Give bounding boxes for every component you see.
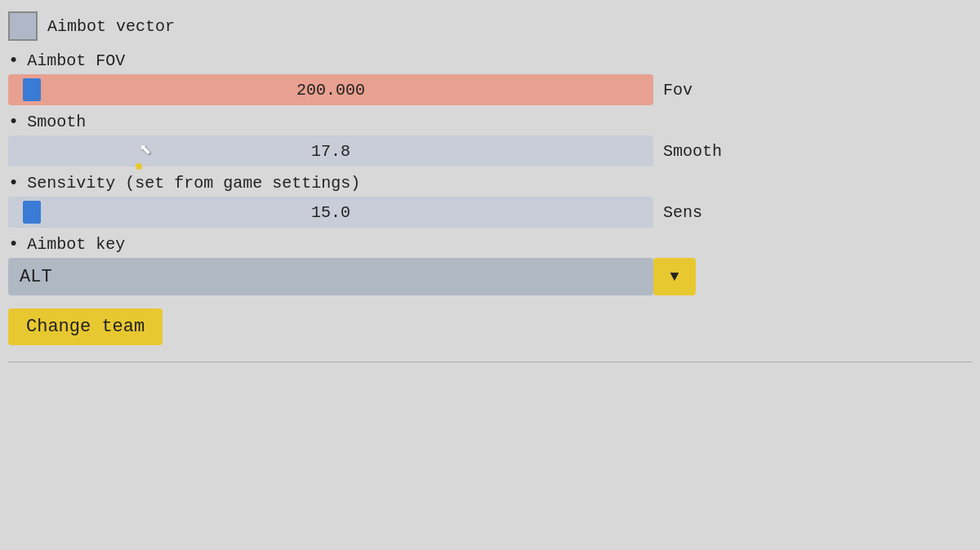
fov-slider-row: 200.000 Fov bbox=[8, 74, 972, 105]
cursor-dot bbox=[136, 163, 142, 170]
fov-slider-track[interactable]: 200.000 bbox=[8, 74, 653, 105]
sens-slider-row: 15.0 Sens bbox=[8, 197, 972, 228]
bottom-divider bbox=[8, 361, 972, 362]
sens-slider-value: 15.0 bbox=[311, 203, 350, 222]
aimbot-key-dropdown-row: ALT ▼ bbox=[8, 258, 972, 295]
fov-label: Aimbot FOV bbox=[27, 51, 125, 70]
sens-bullet: • bbox=[8, 173, 19, 193]
chevron-down-icon: ▼ bbox=[670, 268, 679, 285]
sens-slider-track[interactable]: 15.0 bbox=[8, 197, 653, 228]
aimbot-key-label: Aimbot key bbox=[27, 235, 125, 254]
aimbot-vector-row: Aimbot vector bbox=[8, 8, 972, 44]
smooth-slider-value: 17.8 bbox=[311, 142, 350, 161]
smooth-section-header: • Smooth bbox=[8, 112, 972, 132]
aimbot-key-value: ALT bbox=[20, 267, 52, 287]
fov-section-header: • Aimbot FOV bbox=[8, 51, 972, 71]
aimbot-vector-label: Aimbot vector bbox=[47, 17, 175, 36]
aimbot-key-section-header: • Aimbot key bbox=[8, 234, 972, 255]
aimbot-key-dropdown[interactable]: ALT bbox=[8, 258, 653, 295]
mouse-cursor: ⬉ bbox=[139, 140, 152, 162]
smooth-slider-row: ⬉ 17.8 Smooth bbox=[8, 135, 972, 166]
aimbot-vector-checkbox[interactable] bbox=[8, 11, 38, 41]
fov-slider-label: Fov bbox=[663, 81, 728, 100]
smooth-slider-label: Smooth bbox=[663, 142, 728, 161]
sens-section-header: • Sensivity (set from game settings) bbox=[8, 173, 972, 193]
smooth-slider-track[interactable]: ⬉ 17.8 bbox=[8, 135, 653, 166]
change-team-button[interactable]: Change team bbox=[8, 308, 163, 345]
sens-slider-label: Sens bbox=[663, 203, 728, 222]
smooth-bullet: • bbox=[8, 112, 19, 132]
smooth-label: Smooth bbox=[27, 113, 86, 131]
fov-slider-thumb[interactable] bbox=[23, 78, 41, 101]
fov-bullet: • bbox=[8, 51, 19, 71]
aimbot-key-dropdown-arrow-button[interactable]: ▼ bbox=[653, 258, 696, 295]
fov-slider-value: 200.000 bbox=[296, 81, 365, 100]
sens-label: Sensivity (set from game settings) bbox=[27, 174, 360, 193]
sens-slider-thumb[interactable] bbox=[23, 201, 41, 224]
aimbot-key-bullet: • bbox=[8, 234, 19, 255]
